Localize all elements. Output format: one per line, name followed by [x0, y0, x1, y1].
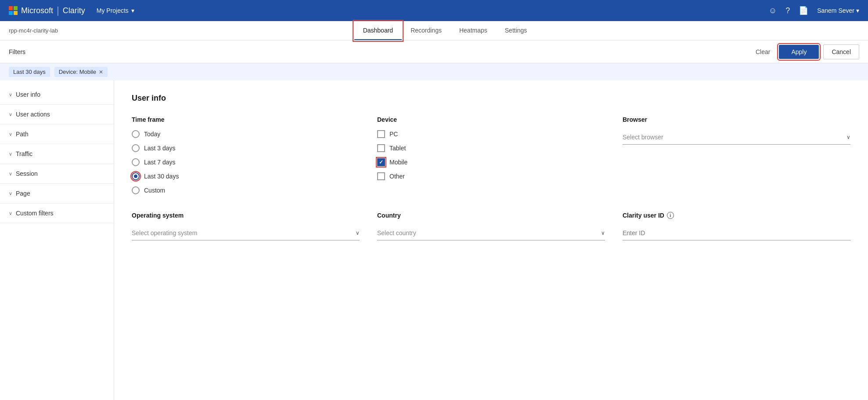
- active-filters: Last 30 days Device: Mobile ✕: [0, 63, 868, 80]
- my-projects-label: My Projects: [97, 7, 129, 14]
- tab-dashboard[interactable]: Dashboard: [354, 22, 402, 40]
- my-projects-button[interactable]: My Projects ▾: [92, 4, 139, 17]
- checkbox-box-other: [377, 172, 385, 180]
- product-name: Clarity: [63, 6, 85, 15]
- device-group: Device PC Tablet Mobile: [377, 116, 605, 194]
- country-group: Country Select country ∨: [377, 212, 605, 240]
- tab-recordings[interactable]: Recordings: [402, 22, 450, 40]
- checkbox-other[interactable]: Other: [377, 172, 605, 180]
- radio-last7days[interactable]: Last 7 days: [132, 158, 360, 166]
- help-icon[interactable]: ?: [785, 6, 790, 15]
- filter-actions: Clear Apply Cancel: [751, 44, 859, 59]
- sub-navigation: rpp-mc4r-clarity-lab Dashboard Recording…: [0, 21, 868, 40]
- radio-today[interactable]: Today: [132, 130, 360, 138]
- checkbox-mobile[interactable]: Mobile: [377, 158, 605, 166]
- chevron-icon: ∨: [9, 92, 12, 98]
- smiley-icon[interactable]: ☺: [769, 6, 777, 15]
- sidebar-item-label: Page: [16, 190, 30, 197]
- chevron-icon: ∨: [9, 211, 12, 216]
- checkbox-tablet[interactable]: Tablet: [377, 144, 605, 152]
- checkbox-pc[interactable]: PC: [377, 130, 605, 138]
- chip-device-label: Device: Mobile: [59, 69, 96, 75]
- sidebar-item-label: Path: [16, 131, 29, 138]
- browser-label: Browser: [623, 116, 850, 123]
- time-frame-label: Time frame: [132, 116, 360, 123]
- user-name: Sanem Sever: [817, 7, 854, 14]
- radio-label-today: Today: [144, 131, 160, 138]
- browser-group: Browser Select browser ∨: [623, 116, 850, 194]
- clarity-user-id-title: Clarity user ID: [623, 212, 664, 219]
- os-placeholder: Select operating system: [132, 229, 197, 236]
- clear-button[interactable]: Clear: [751, 46, 774, 58]
- tab-heatmaps[interactable]: Heatmaps: [450, 22, 496, 40]
- my-projects-chevron: ▾: [131, 7, 134, 14]
- os-chevron-icon: ∨: [356, 230, 360, 236]
- chip-device-close[interactable]: ✕: [99, 69, 103, 75]
- user-menu-button[interactable]: Sanem Sever ▾: [817, 7, 859, 14]
- project-name: rpp-mc4r-clarity-lab: [9, 27, 119, 34]
- chip-timeframe-label: Last 30 days: [13, 69, 46, 75]
- nav-tabs: Dashboard Recordings Heatmaps Settings: [354, 22, 536, 40]
- sidebar-item-custom-filters[interactable]: ∨ Custom filters: [0, 204, 114, 223]
- radio-custom[interactable]: Custom: [132, 186, 360, 194]
- top-nav-right: ☺ ? 📄 Sanem Sever ▾: [769, 6, 859, 15]
- radio-label-custom: Custom: [144, 187, 165, 194]
- clarity-user-id-input[interactable]: [623, 226, 850, 240]
- radio-label-last3days: Last 3 days: [144, 145, 176, 152]
- country-label: Country: [377, 212, 605, 219]
- tab-settings[interactable]: Settings: [496, 22, 536, 40]
- cancel-button[interactable]: Cancel: [823, 44, 859, 59]
- sidebar-item-user-actions[interactable]: ∨ User actions: [0, 105, 114, 124]
- top-navigation: Microsoft | Clarity My Projects ▾ ☺ ? 📄 …: [0, 0, 868, 21]
- radio-circle-last30days: [132, 172, 140, 180]
- country-placeholder: Select country: [377, 229, 416, 236]
- radio-circle-today: [132, 130, 140, 138]
- user-chevron: ▾: [856, 7, 859, 14]
- radio-circle-last3days: [132, 144, 140, 152]
- radio-label-last7days: Last 7 days: [144, 159, 176, 166]
- filters-label: Filters: [9, 48, 25, 55]
- radio-last3days[interactable]: Last 3 days: [132, 144, 360, 152]
- time-frame-radio-group: Today Last 3 days Last 7 days Last 30 da…: [132, 130, 360, 194]
- document-icon[interactable]: 📄: [799, 6, 808, 15]
- sidebar-item-label: Custom filters: [16, 210, 54, 217]
- sidebar-item-user-info[interactable]: ∨ User info: [0, 85, 114, 105]
- sidebar-item-session[interactable]: ∨ Session: [0, 164, 114, 184]
- device-checkbox-group: PC Tablet Mobile Other: [377, 130, 605, 180]
- os-dropdown[interactable]: Select operating system ∨: [132, 226, 360, 240]
- radio-circle-custom: [132, 186, 140, 194]
- time-frame-group: Time frame Today Last 3 days Last 7 days: [132, 116, 360, 194]
- browser-chevron-icon: ∨: [846, 134, 850, 140]
- clarity-user-id-label: Clarity user ID i: [623, 212, 850, 219]
- radio-last30days[interactable]: Last 30 days: [132, 172, 360, 180]
- browser-placeholder: Select browser: [623, 134, 663, 141]
- apply-button[interactable]: Apply: [779, 45, 819, 59]
- filters-bar: Filters Clear Apply Cancel: [0, 40, 868, 63]
- main-layout: ∨ User info ∨ User actions ∨ Path ∨ Traf…: [0, 80, 868, 400]
- filter-chip-device: Device: Mobile ✕: [54, 67, 108, 77]
- filter-bottom-row: Operating system Select operating system…: [132, 212, 850, 240]
- chevron-icon: ∨: [9, 151, 12, 157]
- os-group: Operating system Select operating system…: [132, 212, 360, 240]
- sidebar-item-label: Session: [16, 170, 38, 177]
- country-chevron-icon: ∨: [601, 230, 605, 236]
- device-label: Device: [377, 116, 605, 123]
- sidebar-item-label: User actions: [16, 111, 50, 118]
- checkbox-label-other: Other: [389, 173, 405, 180]
- checkbox-box-pc: [377, 130, 385, 138]
- sidebar-item-path[interactable]: ∨ Path: [0, 124, 114, 144]
- brand-separator: |: [57, 5, 59, 16]
- country-dropdown[interactable]: Select country ∨: [377, 226, 605, 240]
- sidebar-item-traffic[interactable]: ∨ Traffic: [0, 144, 114, 164]
- chevron-icon: ∨: [9, 112, 12, 117]
- chevron-icon: ∨: [9, 191, 12, 196]
- os-label: Operating system: [132, 212, 360, 219]
- checkbox-box-tablet: [377, 144, 385, 152]
- main-content: User info Time frame Today Last 3 days: [114, 80, 868, 400]
- sidebar: ∨ User info ∨ User actions ∨ Path ∨ Traf…: [0, 80, 114, 400]
- sidebar-item-page[interactable]: ∨ Page: [0, 184, 114, 204]
- sidebar-item-label: User info: [16, 91, 40, 98]
- radio-circle-last7days: [132, 158, 140, 166]
- ms-squares-icon: [9, 6, 18, 15]
- browser-dropdown[interactable]: Select browser ∨: [623, 130, 850, 145]
